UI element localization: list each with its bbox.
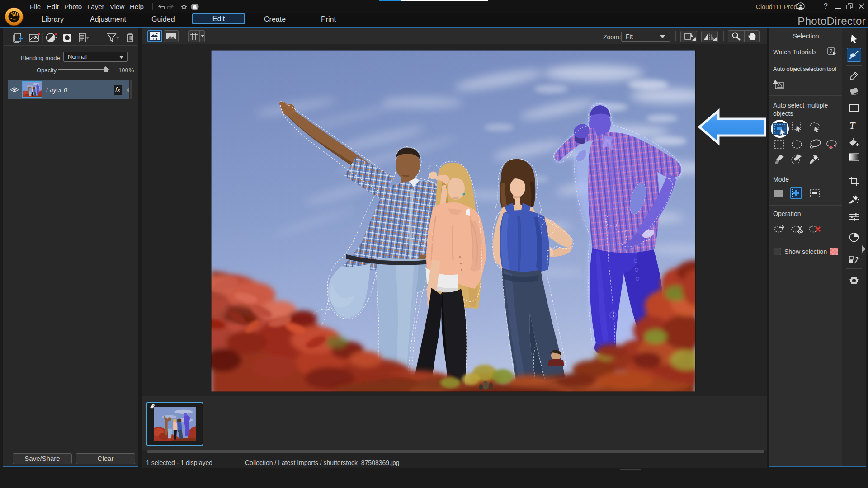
svg-text:?: ? xyxy=(830,48,832,54)
